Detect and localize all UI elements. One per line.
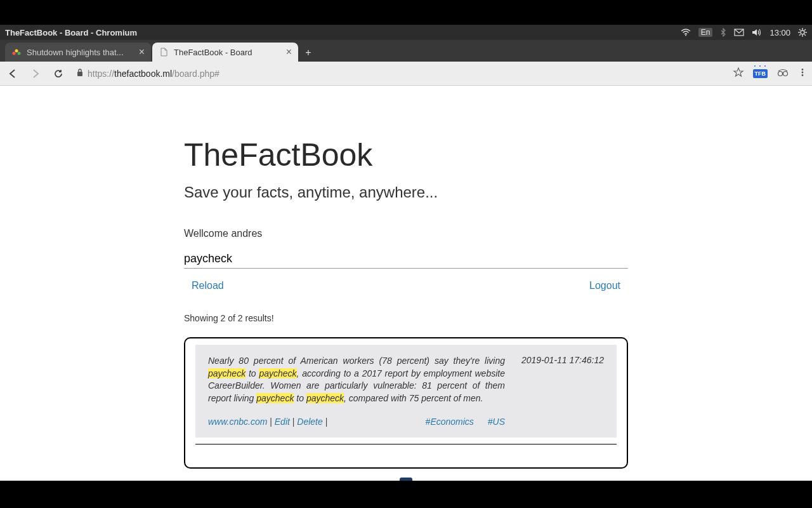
fact-text: Nearly 80 percent of American workers (7… — [208, 355, 505, 429]
reload-button[interactable] — [51, 66, 66, 81]
url-path: /board.php# — [172, 69, 219, 79]
svg-point-16 — [783, 71, 788, 76]
bookmark-star-icon[interactable] — [733, 67, 744, 81]
card-divider — [195, 444, 617, 444]
pagination: 1 — [184, 478, 628, 481]
tag-us[interactable]: #US — [488, 417, 505, 427]
top-black-band — [0, 0, 812, 25]
tab-close-icon[interactable]: × — [286, 47, 292, 57]
back-button[interactable] — [5, 66, 20, 81]
tab-active[interactable]: TheFactBook - Board × — [152, 43, 298, 62]
bluetooth-icon[interactable] — [720, 28, 726, 37]
tab-title: TheFactBook - Board — [174, 48, 282, 57]
os-top-bar: TheFactBook - Board - Chromium En 13:00 — [0, 25, 812, 40]
svg-line-10 — [799, 34, 801, 36]
tab-close-icon[interactable]: × — [139, 47, 145, 57]
url-field[interactable]: https://thefactbook.ml/board.php# — [74, 68, 720, 79]
nbc-favicon-icon — [11, 47, 22, 57]
mail-icon[interactable] — [734, 29, 744, 36]
source-link[interactable]: www.cnbc.com — [208, 417, 267, 427]
window-title: TheFactBook - Board - Chromium — [5, 28, 137, 37]
tag-economics[interactable]: #Economics — [426, 417, 474, 427]
tfb-extension-icon[interactable]: TFB — [753, 69, 768, 78]
highlight: paycheck — [259, 368, 296, 378]
svg-point-0 — [685, 35, 686, 36]
url-host: thefactbook.ml — [114, 69, 172, 79]
edit-link[interactable]: Edit — [275, 417, 290, 427]
logout-link[interactable]: Logout — [589, 280, 620, 291]
lock-icon — [76, 68, 84, 79]
svg-point-17 — [802, 69, 804, 70]
svg-point-13 — [18, 52, 21, 55]
svg-line-8 — [804, 34, 806, 36]
svg-point-11 — [13, 52, 16, 55]
page-favicon-icon — [159, 47, 169, 57]
reload-link[interactable]: Reload — [192, 280, 224, 291]
page-title: TheFactBook — [184, 137, 628, 173]
svg-point-2 — [801, 30, 804, 34]
url-protocol: https:// — [88, 69, 114, 79]
svg-line-7 — [799, 29, 801, 30]
fact-card: Nearly 80 percent of American workers (7… — [195, 345, 617, 438]
page-subtitle: Save your facts, anytime, anywhere... — [184, 184, 628, 201]
browser-menu-icon[interactable] — [798, 68, 807, 79]
welcome-text: Wellcome andres — [184, 228, 628, 239]
svg-line-9 — [804, 29, 806, 30]
tab-background[interactable]: Shutdown highlights that... × — [5, 43, 151, 62]
fact-date: 2019-01-11 17:46:12 — [521, 355, 604, 429]
wifi-icon[interactable] — [681, 29, 691, 36]
svg-point-15 — [778, 71, 783, 76]
keyboard-lang-indicator[interactable]: En — [698, 28, 713, 37]
forward-button[interactable] — [28, 66, 43, 81]
tab-title: Shutdown highlights that... — [27, 48, 135, 57]
highlight: paycheck — [306, 393, 344, 403]
svg-point-18 — [802, 71, 804, 73]
settings-gear-icon[interactable] — [798, 28, 807, 37]
highlight: paycheck — [256, 393, 294, 403]
results-count: Showing 2 of 2 results! — [184, 313, 628, 323]
volume-icon[interactable] — [752, 28, 762, 37]
bottom-black-band — [0, 481, 812, 508]
results-container: Nearly 80 percent of American workers (7… — [184, 337, 628, 469]
highlight: paycheck — [208, 368, 246, 378]
browser-tab-bar: Shutdown highlights that... × TheFactBoo… — [0, 40, 812, 62]
svg-point-12 — [15, 50, 18, 53]
page-viewport[interactable]: TheFactBook Save your facts, anytime, an… — [0, 86, 812, 481]
page-number-current[interactable]: 1 — [400, 478, 412, 481]
delete-link[interactable]: Delete — [297, 417, 322, 427]
clock[interactable]: 13:00 — [769, 28, 790, 37]
svg-rect-14 — [77, 72, 82, 76]
svg-point-19 — [802, 74, 804, 76]
search-input[interactable] — [184, 250, 628, 269]
incognito-icon[interactable] — [776, 68, 789, 79]
address-bar: https://thefactbook.ml/board.php# TFB — [0, 62, 812, 86]
new-tab-button[interactable]: + — [299, 44, 317, 62]
